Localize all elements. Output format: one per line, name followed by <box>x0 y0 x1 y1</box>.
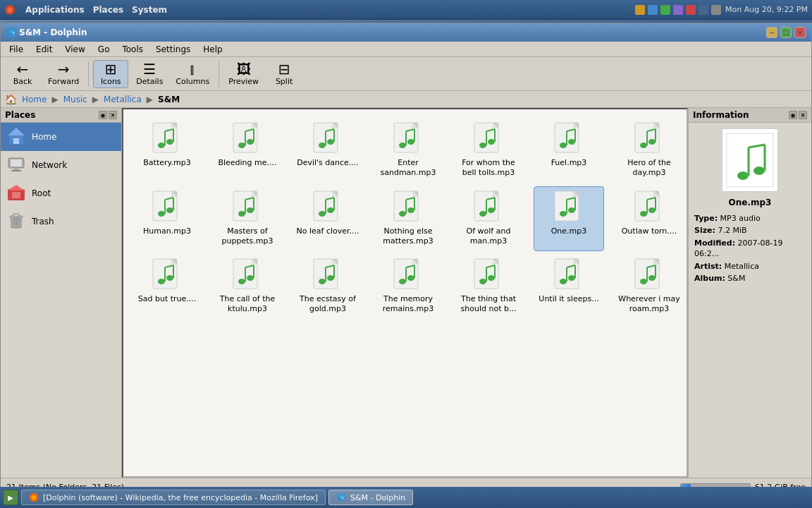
file-item[interactable]: The call of the ktulu.mp3 <box>212 254 283 320</box>
maximize-button[interactable]: □ <box>780 27 792 38</box>
preview-button[interactable]: 🖼 Preview <box>223 60 264 88</box>
menu-view[interactable]: View <box>59 43 90 56</box>
sidebar-item-network[interactable]: Network <box>1 151 121 179</box>
icons-button[interactable]: ⊞ Icons <box>93 60 128 88</box>
file-name: Fuel.mp3 <box>551 158 587 168</box>
svg-point-72 <box>648 139 656 145</box>
file-item[interactable]: Masters of puppets.mp3 <box>212 186 283 252</box>
window-title: S&M - Dolphin <box>19 28 87 37</box>
file-item[interactable]: Sad but true.... <box>132 254 202 320</box>
file-item[interactable]: Nothing else matters.mp3 <box>373 186 443 252</box>
file-item[interactable]: Until it sleeps... <box>534 254 604 320</box>
file-item[interactable]: Battery.mp3 <box>132 118 202 183</box>
file-name: Sad but true.... <box>138 294 197 304</box>
size-value: 7.2 MiB <box>718 226 746 235</box>
file-name: For whom the bell tolls.mp3 <box>457 158 520 179</box>
svg-point-71 <box>640 143 647 148</box>
taskbar-dolphin[interactable]: 🐬 S&M - Dolphin <box>328 490 413 505</box>
back-button[interactable]: ← Back <box>5 60 40 88</box>
details-button[interactable]: ☰ Details <box>131 60 168 88</box>
file-icon <box>472 121 505 155</box>
file-item[interactable]: Hero of the day.mp3 <box>614 118 684 183</box>
breadcrumb-music[interactable]: Music <box>61 94 90 105</box>
svg-point-167 <box>479 279 486 284</box>
file-name: Of wolf and man.mp3 <box>457 226 520 247</box>
file-item[interactable]: The ecstasy of gold.mp3 <box>293 254 363 320</box>
svg-point-135 <box>158 279 165 284</box>
file-item[interactable]: Wherever i may roam.mp3 <box>614 254 684 320</box>
info-panel-close-button[interactable]: × <box>799 111 807 119</box>
root-icon <box>6 182 26 205</box>
sidebar-close-button[interactable]: × <box>109 111 117 119</box>
sidebar-item-home[interactable]: Home <box>1 123 121 151</box>
taskbar-places[interactable]: Places <box>93 5 123 15</box>
breadcrumb-home[interactable]: Home <box>20 94 49 105</box>
file-icon <box>391 258 425 291</box>
columns-button[interactable]: ⫿ Columns <box>171 60 214 88</box>
sidebar-lock-button[interactable]: ◉ <box>99 111 107 119</box>
file-item[interactable]: The thing that should not b... <box>453 254 524 320</box>
tray-icon-7[interactable] <box>711 5 721 15</box>
info-panel-header: Information ◉ × <box>689 108 811 123</box>
minimize-button[interactable]: − <box>766 27 777 38</box>
file-icon <box>472 190 505 224</box>
svg-point-189 <box>737 171 749 180</box>
album-label: Album: <box>694 274 725 283</box>
svg-rect-9 <box>14 168 18 170</box>
file-item[interactable]: Of wolf and man.mp3 <box>453 186 524 252</box>
taskbar-applications[interactable]: Applications <box>25 5 85 15</box>
window-icon: 🐬 <box>6 28 16 37</box>
breadcrumb: 🏠 Home ▶ Music ▶ Metallica ▶ S&M <box>1 91 811 108</box>
svg-point-120 <box>568 207 575 213</box>
album-value: S&M <box>727 274 745 283</box>
file-item[interactable]: Devil's dance.... <box>293 118 363 183</box>
svg-point-79 <box>158 211 165 217</box>
taskbar-system[interactable]: System <box>132 5 167 15</box>
file-area[interactable]: Battery.mp3 Bleeding me.... Devil's danc… <box>122 108 688 478</box>
artist-value: Metallica <box>725 262 759 271</box>
file-name: Hero of the day.mp3 <box>617 158 681 179</box>
file-item[interactable]: Fuel.mp3 <box>534 118 604 183</box>
menu-tools[interactable]: Tools <box>116 43 149 56</box>
tray-icon-4[interactable] <box>673 5 683 15</box>
sidebar-item-root[interactable]: Root <box>1 179 121 207</box>
svg-rect-6 <box>13 138 19 144</box>
svg-marker-12 <box>8 185 25 190</box>
split-button[interactable]: ⊟ Split <box>266 60 302 88</box>
breadcrumb-metallica[interactable]: Metallica <box>102 94 144 105</box>
file-item[interactable]: One.mp3 <box>534 186 604 252</box>
menu-edit[interactable]: Edit <box>30 43 58 56</box>
menu-file[interactable]: File <box>4 43 29 56</box>
info-panel-lock-button[interactable]: ◉ <box>789 111 797 119</box>
file-name: The memory remains.mp3 <box>376 294 440 315</box>
tray-icon-6[interactable] <box>699 5 708 15</box>
menu-settings[interactable]: Settings <box>150 43 196 56</box>
tray-icon-5[interactable] <box>686 5 696 15</box>
file-item[interactable]: The memory remains.mp3 <box>373 254 443 320</box>
start-button[interactable]: ▶ <box>3 490 18 505</box>
tray-icon-3[interactable] <box>660 5 670 15</box>
menu-help[interactable]: Help <box>197 43 228 56</box>
file-name: No leaf clover.... <box>297 226 359 236</box>
sidebar-item-trash[interactable]: Trash <box>1 207 121 236</box>
close-button[interactable]: × <box>794 27 806 38</box>
forward-button[interactable]: → Forward <box>43 60 84 88</box>
info-filename: One.mp3 <box>729 198 772 207</box>
menu-go[interactable]: Go <box>92 43 116 56</box>
artist-label: Artist: <box>694 262 722 271</box>
file-item[interactable]: No leaf clover.... <box>293 186 363 252</box>
file-item[interactable]: Outlaw torn.... <box>614 186 684 252</box>
file-icon <box>552 190 586 224</box>
file-item[interactable]: Human.mp3 <box>132 186 202 252</box>
tray-icon-2[interactable] <box>648 5 658 15</box>
svg-rect-13 <box>12 192 20 198</box>
tray-icon-1[interactable] <box>635 5 645 15</box>
taskbar-firefox[interactable]: [Dolphin (software) - Wikipedia, the fre… <box>21 490 326 505</box>
network-icon <box>6 154 26 176</box>
file-item[interactable]: For whom the bell tolls.mp3 <box>453 118 524 183</box>
dolphin-taskbar-icon: 🐬 <box>336 492 346 502</box>
file-item[interactable]: Enter sandman.mp3 <box>373 118 443 183</box>
file-item[interactable]: Bleeding me.... <box>212 118 283 183</box>
svg-point-168 <box>488 275 495 281</box>
file-icon <box>632 190 666 224</box>
